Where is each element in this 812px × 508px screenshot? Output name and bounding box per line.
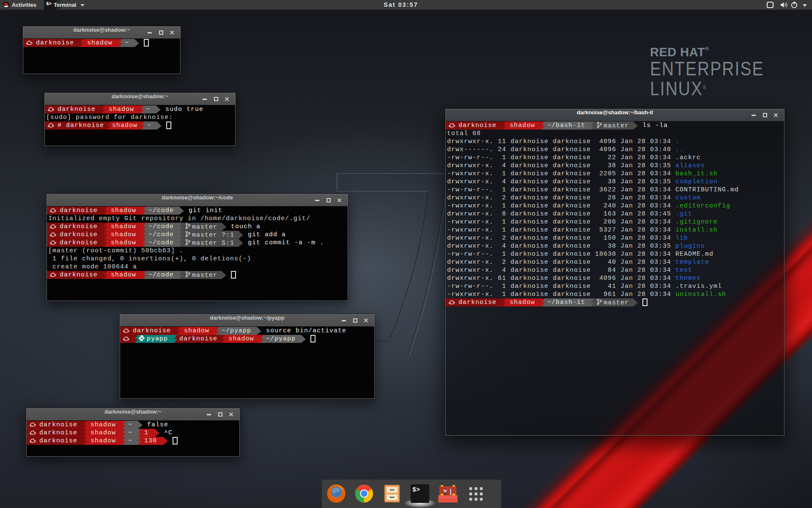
svg-text:$>: $> <box>412 486 420 494</box>
